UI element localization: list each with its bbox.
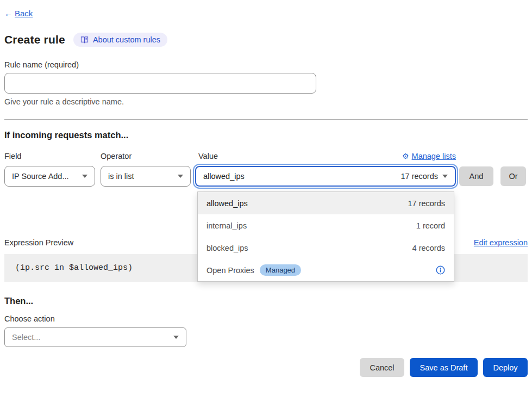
expression-preview-label: Expression Preview <box>4 238 73 247</box>
value-combobox-text: allowed_ips <box>203 172 245 181</box>
book-icon <box>80 36 89 44</box>
list-name: blocked_ips <box>206 244 248 252</box>
back-arrow-icon: ← <box>4 9 12 18</box>
page-title: Create rule <box>4 33 65 46</box>
then-section-heading: Then... <box>4 296 528 306</box>
match-section-heading: If incoming requests match... <box>4 130 528 140</box>
about-badge-label: About custom rules <box>93 35 160 44</box>
section-divider <box>4 119 528 120</box>
list-record-count: 4 records <box>412 244 445 252</box>
save-as-draft-button[interactable]: Save as Draft <box>410 358 478 377</box>
list-name: Open Proxies <box>206 266 254 275</box>
cancel-button[interactable]: Cancel <box>360 358 404 377</box>
choose-action-label: Choose action <box>4 314 528 323</box>
operator-label: Operator <box>101 152 195 160</box>
list-record-count: 1 record <box>416 221 445 230</box>
list-name: internal_ips <box>206 221 247 230</box>
managed-badge: Managed <box>260 264 301 276</box>
deploy-button[interactable]: Deploy <box>483 358 528 377</box>
value-combobox[interactable]: allowed_ips 17 records <box>195 166 456 187</box>
gear-icon: ⚙ <box>402 152 409 160</box>
or-button[interactable]: Or <box>500 166 526 186</box>
manage-lists-link[interactable]: ⚙ Manage lists <box>402 152 456 160</box>
list-item-allowed-ips[interactable]: allowed_ips 17 records <box>198 192 454 214</box>
operator-select[interactable]: is in list <box>101 166 191 187</box>
operator-select-value: is in list <box>108 172 134 181</box>
and-button[interactable]: And <box>459 166 493 186</box>
caret-down-icon <box>173 336 179 339</box>
info-icon[interactable] <box>436 265 445 275</box>
field-select-value: IP Source Add... <box>12 172 69 181</box>
field-select[interactable]: IP Source Add... <box>4 166 95 187</box>
value-label: Value <box>198 152 218 160</box>
back-link[interactable]: ← Back <box>4 9 33 18</box>
rule-name-label: Rule name (required) <box>4 60 528 69</box>
expression-code: (ip.src in $allowed_ips) <box>15 263 133 273</box>
action-select[interactable]: Select... <box>4 327 186 347</box>
lists-dropdown: allowed_ips 17 records internal_ips 1 re… <box>197 191 454 282</box>
rule-name-help: Give your rule a descriptive name. <box>4 97 528 106</box>
edit-expression-link[interactable]: Edit expression <box>474 238 528 247</box>
value-records-count: 17 records <box>400 172 438 181</box>
list-name: allowed_ips <box>206 199 248 208</box>
field-label: Field <box>4 152 101 160</box>
action-select-placeholder: Select... <box>12 333 40 342</box>
create-rule-page: ← Back Create rule About custom rules Ru… <box>0 0 532 402</box>
list-item-open-proxies[interactable]: Open Proxies Managed <box>198 259 454 281</box>
caret-down-icon <box>442 175 448 178</box>
list-item-blocked-ips[interactable]: blocked_ips 4 records <box>198 237 454 259</box>
list-item-internal-ips[interactable]: internal_ips 1 record <box>198 214 454 237</box>
caret-down-icon <box>82 175 87 178</box>
caret-down-icon <box>178 175 183 178</box>
manage-lists-label: Manage lists <box>412 152 456 160</box>
about-custom-rules-link[interactable]: About custom rules <box>73 33 167 47</box>
rule-name-input[interactable] <box>4 73 316 94</box>
back-link-label: Back <box>15 9 33 18</box>
list-record-count: 17 records <box>408 199 445 208</box>
